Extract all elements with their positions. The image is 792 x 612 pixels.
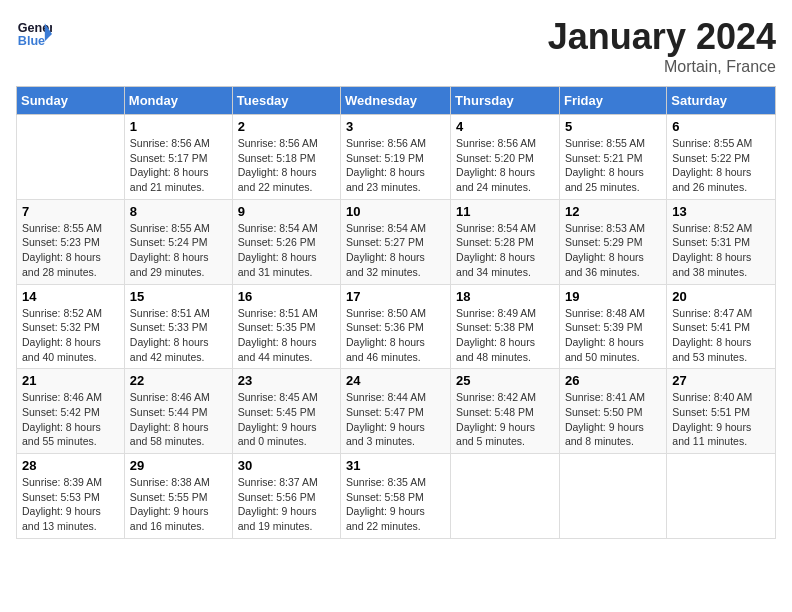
- calendar-cell: 11Sunrise: 8:54 AMSunset: 5:28 PMDayligh…: [451, 199, 560, 284]
- day-number: 13: [672, 204, 770, 219]
- col-sunday: Sunday: [17, 87, 125, 115]
- calendar-cell: 24Sunrise: 8:44 AMSunset: 5:47 PMDayligh…: [341, 369, 451, 454]
- day-number: 26: [565, 373, 661, 388]
- calendar-cell: 27Sunrise: 8:40 AMSunset: 5:51 PMDayligh…: [667, 369, 776, 454]
- col-saturday: Saturday: [667, 87, 776, 115]
- day-number: 5: [565, 119, 661, 134]
- day-number: 18: [456, 289, 554, 304]
- day-info: Sunrise: 8:49 AMSunset: 5:38 PMDaylight:…: [456, 306, 554, 365]
- calendar-table: Sunday Monday Tuesday Wednesday Thursday…: [16, 86, 776, 539]
- day-number: 28: [22, 458, 119, 473]
- calendar-cell: 31Sunrise: 8:35 AMSunset: 5:58 PMDayligh…: [341, 454, 451, 539]
- day-number: 24: [346, 373, 445, 388]
- calendar-cell: [559, 454, 666, 539]
- col-friday: Friday: [559, 87, 666, 115]
- day-info: Sunrise: 8:47 AMSunset: 5:41 PMDaylight:…: [672, 306, 770, 365]
- day-info: Sunrise: 8:52 AMSunset: 5:31 PMDaylight:…: [672, 221, 770, 280]
- day-info: Sunrise: 8:55 AMSunset: 5:24 PMDaylight:…: [130, 221, 227, 280]
- day-number: 6: [672, 119, 770, 134]
- calendar-cell: 28Sunrise: 8:39 AMSunset: 5:53 PMDayligh…: [17, 454, 125, 539]
- calendar-cell: 12Sunrise: 8:53 AMSunset: 5:29 PMDayligh…: [559, 199, 666, 284]
- calendar-cell: 7Sunrise: 8:55 AMSunset: 5:23 PMDaylight…: [17, 199, 125, 284]
- day-info: Sunrise: 8:56 AMSunset: 5:20 PMDaylight:…: [456, 136, 554, 195]
- calendar-cell: 18Sunrise: 8:49 AMSunset: 5:38 PMDayligh…: [451, 284, 560, 369]
- calendar-cell: 15Sunrise: 8:51 AMSunset: 5:33 PMDayligh…: [124, 284, 232, 369]
- calendar-week-5: 28Sunrise: 8:39 AMSunset: 5:53 PMDayligh…: [17, 454, 776, 539]
- day-info: Sunrise: 8:41 AMSunset: 5:50 PMDaylight:…: [565, 390, 661, 449]
- logo-icon: General Blue: [16, 16, 52, 52]
- calendar-week-3: 14Sunrise: 8:52 AMSunset: 5:32 PMDayligh…: [17, 284, 776, 369]
- day-info: Sunrise: 8:42 AMSunset: 5:48 PMDaylight:…: [456, 390, 554, 449]
- day-info: Sunrise: 8:38 AMSunset: 5:55 PMDaylight:…: [130, 475, 227, 534]
- title-area: January 2024 Mortain, France: [548, 16, 776, 76]
- calendar-cell: 13Sunrise: 8:52 AMSunset: 5:31 PMDayligh…: [667, 199, 776, 284]
- calendar-cell: 22Sunrise: 8:46 AMSunset: 5:44 PMDayligh…: [124, 369, 232, 454]
- day-number: 9: [238, 204, 335, 219]
- day-info: Sunrise: 8:45 AMSunset: 5:45 PMDaylight:…: [238, 390, 335, 449]
- day-info: Sunrise: 8:40 AMSunset: 5:51 PMDaylight:…: [672, 390, 770, 449]
- day-number: 23: [238, 373, 335, 388]
- day-number: 7: [22, 204, 119, 219]
- calendar-cell: 14Sunrise: 8:52 AMSunset: 5:32 PMDayligh…: [17, 284, 125, 369]
- calendar-week-4: 21Sunrise: 8:46 AMSunset: 5:42 PMDayligh…: [17, 369, 776, 454]
- calendar-cell: 2Sunrise: 8:56 AMSunset: 5:18 PMDaylight…: [232, 115, 340, 200]
- day-number: 25: [456, 373, 554, 388]
- day-number: 16: [238, 289, 335, 304]
- day-info: Sunrise: 8:55 AMSunset: 5:22 PMDaylight:…: [672, 136, 770, 195]
- calendar-cell: [667, 454, 776, 539]
- calendar-cell: 30Sunrise: 8:37 AMSunset: 5:56 PMDayligh…: [232, 454, 340, 539]
- location-title: Mortain, France: [548, 58, 776, 76]
- calendar-cell: 21Sunrise: 8:46 AMSunset: 5:42 PMDayligh…: [17, 369, 125, 454]
- day-info: Sunrise: 8:55 AMSunset: 5:23 PMDaylight:…: [22, 221, 119, 280]
- day-number: 27: [672, 373, 770, 388]
- calendar-cell: 9Sunrise: 8:54 AMSunset: 5:26 PMDaylight…: [232, 199, 340, 284]
- day-info: Sunrise: 8:39 AMSunset: 5:53 PMDaylight:…: [22, 475, 119, 534]
- month-title: January 2024: [548, 16, 776, 58]
- day-number: 2: [238, 119, 335, 134]
- day-info: Sunrise: 8:56 AMSunset: 5:18 PMDaylight:…: [238, 136, 335, 195]
- calendar-cell: [451, 454, 560, 539]
- calendar-cell: 10Sunrise: 8:54 AMSunset: 5:27 PMDayligh…: [341, 199, 451, 284]
- day-info: Sunrise: 8:51 AMSunset: 5:33 PMDaylight:…: [130, 306, 227, 365]
- calendar-cell: 17Sunrise: 8:50 AMSunset: 5:36 PMDayligh…: [341, 284, 451, 369]
- page-header: General Blue January 2024 Mortain, Franc…: [16, 16, 776, 76]
- day-info: Sunrise: 8:50 AMSunset: 5:36 PMDaylight:…: [346, 306, 445, 365]
- calendar-cell: 3Sunrise: 8:56 AMSunset: 5:19 PMDaylight…: [341, 115, 451, 200]
- day-number: 30: [238, 458, 335, 473]
- day-number: 4: [456, 119, 554, 134]
- calendar-cell: 29Sunrise: 8:38 AMSunset: 5:55 PMDayligh…: [124, 454, 232, 539]
- logo: General Blue: [16, 16, 52, 52]
- calendar-cell: 4Sunrise: 8:56 AMSunset: 5:20 PMDaylight…: [451, 115, 560, 200]
- calendar-cell: 6Sunrise: 8:55 AMSunset: 5:22 PMDaylight…: [667, 115, 776, 200]
- day-number: 10: [346, 204, 445, 219]
- calendar-cell: 23Sunrise: 8:45 AMSunset: 5:45 PMDayligh…: [232, 369, 340, 454]
- col-tuesday: Tuesday: [232, 87, 340, 115]
- calendar-week-1: 1Sunrise: 8:56 AMSunset: 5:17 PMDaylight…: [17, 115, 776, 200]
- day-number: 11: [456, 204, 554, 219]
- day-info: Sunrise: 8:54 AMSunset: 5:26 PMDaylight:…: [238, 221, 335, 280]
- day-number: 17: [346, 289, 445, 304]
- day-number: 21: [22, 373, 119, 388]
- calendar-cell: 5Sunrise: 8:55 AMSunset: 5:21 PMDaylight…: [559, 115, 666, 200]
- day-info: Sunrise: 8:53 AMSunset: 5:29 PMDaylight:…: [565, 221, 661, 280]
- day-info: Sunrise: 8:35 AMSunset: 5:58 PMDaylight:…: [346, 475, 445, 534]
- day-number: 19: [565, 289, 661, 304]
- day-number: 8: [130, 204, 227, 219]
- day-info: Sunrise: 8:44 AMSunset: 5:47 PMDaylight:…: [346, 390, 445, 449]
- calendar-cell: [17, 115, 125, 200]
- day-info: Sunrise: 8:54 AMSunset: 5:28 PMDaylight:…: [456, 221, 554, 280]
- col-wednesday: Wednesday: [341, 87, 451, 115]
- day-info: Sunrise: 8:48 AMSunset: 5:39 PMDaylight:…: [565, 306, 661, 365]
- calendar-cell: 25Sunrise: 8:42 AMSunset: 5:48 PMDayligh…: [451, 369, 560, 454]
- calendar-cell: 26Sunrise: 8:41 AMSunset: 5:50 PMDayligh…: [559, 369, 666, 454]
- day-info: Sunrise: 8:56 AMSunset: 5:17 PMDaylight:…: [130, 136, 227, 195]
- calendar-cell: 19Sunrise: 8:48 AMSunset: 5:39 PMDayligh…: [559, 284, 666, 369]
- day-info: Sunrise: 8:54 AMSunset: 5:27 PMDaylight:…: [346, 221, 445, 280]
- col-monday: Monday: [124, 87, 232, 115]
- calendar-cell: 1Sunrise: 8:56 AMSunset: 5:17 PMDaylight…: [124, 115, 232, 200]
- day-number: 1: [130, 119, 227, 134]
- day-number: 15: [130, 289, 227, 304]
- day-number: 20: [672, 289, 770, 304]
- day-info: Sunrise: 8:51 AMSunset: 5:35 PMDaylight:…: [238, 306, 335, 365]
- day-info: Sunrise: 8:52 AMSunset: 5:32 PMDaylight:…: [22, 306, 119, 365]
